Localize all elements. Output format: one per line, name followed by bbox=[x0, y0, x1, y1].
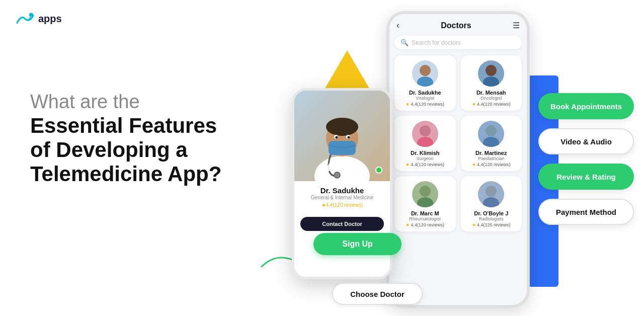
svg-point-6 bbox=[420, 125, 431, 136]
doctors-grid: Dr. Sadukhe Viralogist ★4.4(120 reviews)… bbox=[394, 55, 522, 231]
doctor-rating: ★4.4(120 reviews) bbox=[406, 162, 444, 167]
back-button[interactable]: ‹ bbox=[396, 20, 399, 31]
svg-point-12 bbox=[486, 186, 497, 197]
logo-text: apps bbox=[38, 13, 62, 25]
doctor-specialty: Viralogist bbox=[416, 96, 434, 101]
doctor-specialty: Surgeon bbox=[417, 156, 434, 161]
doctor-card-oboyle[interactable]: Dr. O'Boyle J Radiologists ★4.4(120 revi… bbox=[461, 176, 522, 231]
search-bar[interactable]: 🔍 Search for doctors bbox=[394, 36, 522, 49]
phone-doctors-list: ‹ Doctors ☰ 🔍 Search for doctors Dr. Sad… bbox=[386, 11, 530, 308]
doctor-detail-image bbox=[294, 91, 390, 181]
svg-point-3 bbox=[417, 76, 433, 87]
doctor-card-mensah[interactable]: Dr. Mensah Oncologist ★4.4(120 reviews) bbox=[461, 55, 522, 111]
doctor-rating: ★4.4(120 reviews) bbox=[406, 222, 444, 227]
feature-buttons-list: Book Appointments Video & Audio Review &… bbox=[538, 93, 634, 225]
doctor-card-marc[interactable]: Dr. Marc M Rheumatologist ★4.4(120 revie… bbox=[394, 176, 456, 231]
review-rating-button[interactable]: Review & Rating bbox=[538, 164, 634, 190]
doctor-rating: ★4.4(120 reviews) bbox=[472, 222, 511, 227]
hero-section: What are the Essential Features of Devel… bbox=[30, 91, 272, 186]
svg-point-8 bbox=[486, 125, 497, 136]
doctor-name: Dr. Sadukhe bbox=[409, 90, 441, 96]
choose-doctor-button[interactable]: Choose Doctor bbox=[332, 283, 423, 305]
hero-line3: of Developing a bbox=[30, 138, 272, 162]
hero-line2: Essential Features bbox=[30, 114, 272, 138]
svg-point-9 bbox=[483, 137, 499, 147]
video-audio-button[interactable]: Video & Audio bbox=[538, 128, 634, 154]
filter-icon[interactable]: ☰ bbox=[513, 21, 520, 30]
doctor-rating: ★4.4(120 reviews) bbox=[472, 102, 511, 107]
svg-point-2 bbox=[420, 65, 431, 76]
signup-button[interactable]: Sign Up bbox=[313, 233, 401, 255]
search-placeholder: Search for doctors bbox=[412, 39, 461, 46]
doctor-name: Dr. Marc M bbox=[411, 210, 439, 216]
svg-point-11 bbox=[417, 197, 433, 207]
book-appointments-button[interactable]: Book Appointments bbox=[538, 93, 634, 119]
doctor-rating: ★4.4(120 reviews) bbox=[406, 102, 444, 107]
logo: apps bbox=[15, 11, 62, 26]
payment-method-button[interactable]: Payment Method bbox=[538, 199, 634, 225]
svg-rect-22 bbox=[329, 141, 356, 155]
hero-line4: Telemedicine App? bbox=[30, 162, 272, 186]
svg-point-13 bbox=[483, 197, 499, 207]
svg-point-7 bbox=[417, 137, 433, 147]
svg-point-0 bbox=[29, 13, 33, 17]
doctor-detail-name: Dr. Sadukhe bbox=[300, 186, 384, 195]
doctor-specialty: Paediatrician bbox=[478, 156, 504, 161]
doctor-card-martinez[interactable]: Dr. Martinez Paediatrician ★4.4(120 revi… bbox=[461, 116, 522, 171]
search-icon: 🔍 bbox=[400, 39, 409, 46]
svg-point-17 bbox=[326, 118, 358, 136]
doctor-specialty: Rheumatologist bbox=[409, 216, 441, 221]
doctor-rating: ★4.4(120 reviews) bbox=[472, 162, 511, 167]
doctor-detail-rating: ★4.4(120 reviews) bbox=[300, 202, 384, 208]
doctor-name: Dr. Klimish bbox=[411, 150, 439, 156]
doctor-detail-info: Dr. Sadukhe General & Internal Medicine … bbox=[294, 181, 390, 213]
doctor-specialty: Radiologists bbox=[479, 216, 504, 221]
svg-point-21 bbox=[348, 136, 350, 139]
doctor-card-klimish[interactable]: Dr. Klimish Surgeon ★4.4(120 reviews) bbox=[394, 116, 456, 171]
doctor-card-sadukhe[interactable]: Dr. Sadukhe Viralogist ★4.4(120 reviews) bbox=[394, 55, 456, 111]
svg-point-20 bbox=[336, 136, 338, 139]
contact-doctor-button[interactable]: Contact Doctor bbox=[300, 217, 384, 231]
doctor-specialty: Oncologist bbox=[480, 96, 502, 101]
svg-point-10 bbox=[420, 186, 431, 197]
hero-line1: What are the bbox=[30, 91, 272, 114]
svg-point-23 bbox=[334, 172, 340, 178]
doctor-name: Dr. Martinez bbox=[475, 150, 507, 156]
doctor-name: Dr. O'Boyle J bbox=[474, 210, 508, 216]
doctor-name: Dr. Mensah bbox=[476, 90, 506, 96]
phone-header: ‹ Doctors ☰ bbox=[394, 20, 522, 31]
phone-title: Doctors bbox=[441, 21, 471, 30]
doctor-detail-specialty: General & Internal Medicine bbox=[300, 195, 384, 200]
svg-point-4 bbox=[486, 65, 497, 76]
online-indicator bbox=[375, 167, 382, 174]
svg-point-5 bbox=[483, 76, 499, 87]
